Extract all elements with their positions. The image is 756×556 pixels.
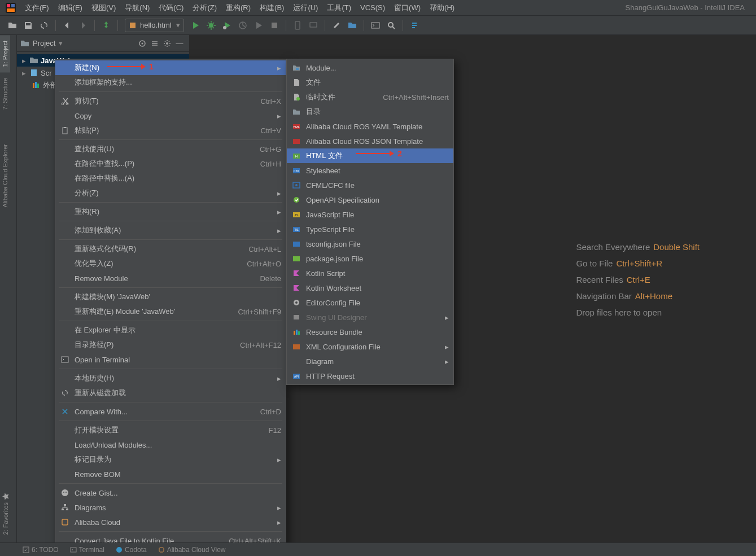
menu-item[interactable]: 添加到收藏(A)▸: [55, 223, 286, 238]
open-button[interactable]: [6, 19, 19, 32]
menu-item[interactable]: Remove BOM: [55, 467, 286, 481]
menu-item[interactable]: 分析(Z)▸: [55, 186, 286, 200]
menu-item[interactable]: CSSStylesheet: [287, 163, 453, 178]
run-anything-button[interactable]: [369, 19, 382, 32]
context-menu-primary[interactable]: 新建(N)▸添加框架的支持...剪切(T)Ctrl+XCopy▸粘贴(P)Ctr…: [55, 59, 286, 550]
menu-item[interactable]: 标记目录为▸: [55, 452, 286, 467]
menu-tools[interactable]: 工具(T): [322, 1, 356, 15]
menu-item[interactable]: CFML/CFC file: [287, 178, 453, 192]
build-button[interactable]: [100, 19, 112, 32]
menu-window[interactable]: 窗口(W): [390, 1, 425, 15]
settings-button[interactable]: [330, 19, 343, 32]
menu-item[interactable]: Remove ModuleDelete: [55, 271, 286, 286]
menu-item[interactable]: 粘贴(P)Ctrl+V: [55, 123, 286, 138]
menu-item[interactable]: 新建(N)▸: [55, 60, 286, 75]
settings-gear-button[interactable]: [161, 37, 173, 50]
menu-item[interactable]: Copy▸: [55, 108, 286, 123]
menu-item[interactable]: 目录: [287, 104, 453, 119]
expand-arrow-icon[interactable]: ▸: [20, 69, 27, 77]
menu-item[interactable]: HHTML 文件: [287, 148, 453, 163]
menu-item[interactable]: OpenAPI Specification: [287, 192, 453, 207]
status-todo[interactable]: 6: TODO: [23, 546, 59, 554]
menu-item[interactable]: Compare With...Ctrl+D: [55, 404, 286, 419]
profile-button[interactable]: [237, 19, 249, 32]
menu-item[interactable]: 目录路径(P)Ctrl+Alt+F12: [55, 338, 286, 352]
menu-item[interactable]: 重新格式化代码(R)Ctrl+Alt+L: [55, 242, 286, 256]
menu-run[interactable]: 运行(U): [289, 1, 322, 15]
context-menu-new[interactable]: Module...文件临时文件Ctrl+Alt+Shift+Insert目录YM…: [286, 59, 454, 385]
menu-help[interactable]: 帮助(H): [425, 1, 459, 15]
gutter-structure[interactable]: 7: Structure: [0, 72, 10, 116]
sync-button[interactable]: [38, 19, 50, 32]
menu-item[interactable]: 优化导入(Z)Ctrl+Alt+O: [55, 256, 286, 271]
menu-item[interactable]: 打开模块设置F12: [55, 423, 286, 437]
gutter-favorites[interactable]: 2: Favorites: [0, 487, 11, 540]
menu-item[interactable]: 重新构建(E) Module 'JavaWeb'Ctrl+Shift+F9: [55, 304, 286, 319]
menu-item[interactable]: Diagrams▸: [55, 500, 286, 515]
menu-item[interactable]: 查找使用(U)Ctrl+G: [55, 142, 286, 156]
menu-item[interactable]: 重新从磁盘加载: [55, 386, 286, 400]
menu-view[interactable]: 视图(V): [87, 1, 120, 15]
menu-item[interactable]: TSTypeScript File: [287, 222, 453, 237]
select-opened-file-button[interactable]: [136, 37, 148, 50]
status-terminal[interactable]: Terminal: [70, 546, 104, 554]
menu-item[interactable]: EditorConfig File: [287, 295, 453, 310]
menu-code[interactable]: 代码(C): [154, 1, 188, 15]
run-button[interactable]: [189, 19, 202, 32]
menu-item[interactable]: XML Configuration File▸: [287, 339, 453, 354]
menu-item[interactable]: Create Gist...: [55, 485, 286, 500]
menu-item[interactable]: Module...: [287, 60, 453, 75]
menu-edit[interactable]: 编辑(E): [54, 1, 87, 15]
menu-item[interactable]: Kotlin Worksheet: [287, 281, 453, 295]
back-button[interactable]: [61, 19, 73, 32]
menu-item[interactable]: tsconfig.json File: [287, 237, 453, 251]
coverage-button[interactable]: [221, 19, 233, 32]
expand-all-button[interactable]: [148, 37, 161, 50]
menu-item[interactable]: 在 Explorer 中显示: [55, 323, 286, 338]
menu-item[interactable]: 文件: [287, 75, 453, 90]
menu-item[interactable]: 在路径中替换...(A): [55, 171, 286, 186]
menu-item[interactable]: Alibaba Cloud▸: [55, 515, 286, 529]
gutter-project[interactable]: 1: Project: [0, 35, 10, 72]
avd-button[interactable]: [307, 19, 320, 32]
menu-item[interactable]: APIHTTP Request: [287, 369, 453, 383]
menu-item[interactable]: Resource Bundle: [287, 325, 453, 339]
status-alibaba-view[interactable]: Alibaba Cloud View: [158, 546, 226, 554]
menu-item[interactable]: 重构(R)▸: [55, 204, 286, 219]
stop-button[interactable]: [268, 19, 281, 32]
menu-file[interactable]: 文件(F): [20, 1, 54, 15]
debug-button[interactable]: [205, 19, 217, 32]
menu-item[interactable]: Load/Unload Modules...: [55, 437, 286, 452]
forward-button[interactable]: [77, 19, 89, 32]
chevron-down-icon[interactable]: ▾: [59, 39, 63, 47]
menu-vcs[interactable]: VCS(S): [356, 2, 390, 14]
menu-item[interactable]: Kotlin Script: [287, 266, 453, 281]
menu-item[interactable]: Open in Terminal: [55, 352, 286, 367]
code-with-me-button[interactable]: [408, 19, 421, 32]
menu-item[interactable]: Diagram▸: [287, 354, 453, 369]
project-structure-button[interactable]: [346, 19, 359, 32]
search-button[interactable]: [385, 19, 397, 32]
menu-item[interactable]: JSJavaScript File: [287, 207, 453, 222]
menu-item[interactable]: 本地历史(H)▸: [55, 371, 286, 386]
menu-build[interactable]: 构建(B): [255, 1, 289, 15]
menu-navigate[interactable]: 导航(N): [120, 1, 154, 15]
menu-item[interactable]: Alibaba Cloud ROS JSON Template: [287, 134, 453, 148]
menu-item[interactable]: 在路径中查找...(P)Ctrl+H: [55, 156, 286, 171]
menu-item[interactable]: 临时文件Ctrl+Alt+Shift+Insert: [287, 90, 453, 104]
gutter-alibaba[interactable]: Alibaba Cloud Explorer: [0, 138, 10, 213]
menu-analyze[interactable]: 分析(Z): [188, 1, 221, 15]
run-config-selector[interactable]: hello.html ▾: [125, 19, 184, 32]
expand-arrow-icon[interactable]: ▸: [20, 56, 27, 65]
hide-button[interactable]: —: [173, 37, 186, 50]
menu-refactor[interactable]: 重构(R): [221, 1, 255, 15]
menu-item[interactable]: 剪切(T)Ctrl+X: [55, 94, 286, 108]
device-button[interactable]: [291, 19, 304, 32]
save-button[interactable]: [22, 19, 34, 32]
status-codota[interactable]: Codota: [116, 546, 147, 554]
attach-button[interactable]: [252, 19, 265, 32]
menu-item[interactable]: 构建模块(M) 'JavaWeb': [55, 290, 286, 304]
menu-item[interactable]: YMLAlibaba Cloud ROS YAML Template: [287, 119, 453, 134]
menu-item[interactable]: Swing UI Designer▸: [287, 310, 453, 325]
menu-item[interactable]: package.json File: [287, 251, 453, 266]
